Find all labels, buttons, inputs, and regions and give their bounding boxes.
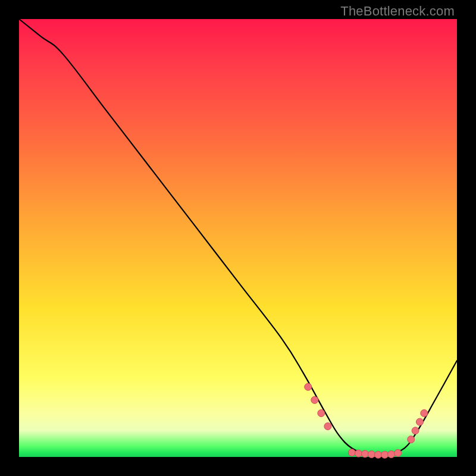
curve-markers (305, 383, 428, 458)
curve-marker (421, 409, 428, 416)
curve-marker (318, 409, 325, 416)
curve-marker (394, 449, 402, 456)
curve-marker (368, 451, 375, 458)
curve-marker (305, 383, 312, 390)
chart-svg (19, 19, 457, 457)
curve-marker (348, 449, 355, 456)
curve-marker (412, 427, 419, 434)
curve-marker (416, 418, 423, 425)
chart-frame: TheBottleneck.com (0, 0, 476, 476)
curve-marker (311, 396, 318, 403)
curve-marker (355, 450, 362, 457)
curve-marker (375, 451, 382, 458)
curve-marker (361, 450, 368, 458)
bottleneck-curve (19, 19, 457, 456)
curve-marker (388, 451, 395, 458)
plot-area (19, 19, 457, 457)
curve-marker (324, 422, 331, 430)
curve-marker (408, 436, 415, 443)
attribution-label: TheBottleneck.com (340, 4, 455, 19)
curve-marker (381, 451, 389, 458)
